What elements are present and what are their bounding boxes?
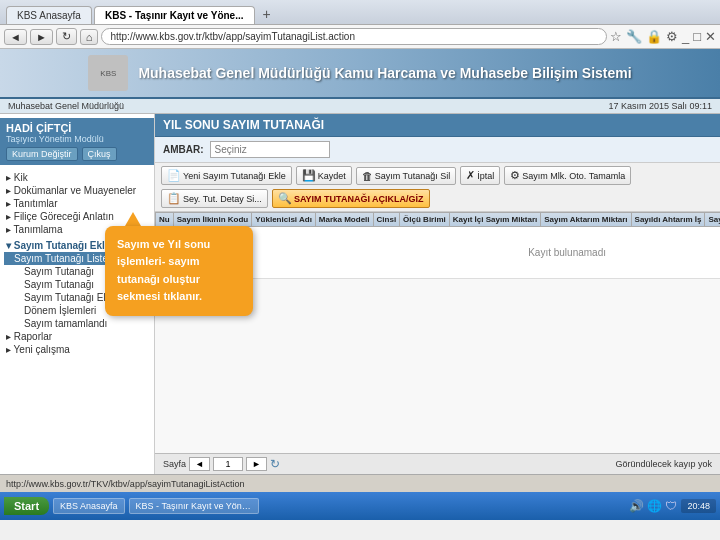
tamamla-btn[interactable]: ⚙ Sayım Mlk. Oto. Tamamla <box>504 166 631 185</box>
tab-add-button[interactable]: + <box>257 4 277 24</box>
col-marka: Marka Modeli <box>315 213 373 227</box>
new-btn-label: Yeni Sayım Tutanağı Ekle <box>183 171 286 181</box>
form-row: AMBAR: <box>155 137 720 163</box>
iptal-btn[interactable]: ✗ İptal <box>460 166 500 185</box>
toolbar: 📄 Yeni Sayım Tutanağı Ekle 💾 Kaydet 🗑 Sa… <box>155 163 720 212</box>
kaydet-btn[interactable]: 💾 Kaydet <box>296 166 352 185</box>
refresh-button[interactable]: ↻ <box>56 28 77 45</box>
window-close[interactable]: ✕ <box>705 29 716 44</box>
taskbar-item-0[interactable]: KBS Anasayfa <box>53 498 125 514</box>
ambar-input[interactable] <box>210 141 330 158</box>
taskbar: Start KBS Anasayfa KBS - Taşınır Kayıt v… <box>0 492 720 520</box>
new-icon: 📄 <box>167 169 181 182</box>
browser-window: KBS Anasayfa KBS - Taşınır Kayıt ve Yöne… <box>0 0 720 520</box>
home-button[interactable]: ⌂ <box>80 29 99 45</box>
status-url: http://www.kbs.gov.tr/TKV/ktbv/app/sayim… <box>6 479 245 489</box>
sidebar-item-13[interactable]: ▸ Yeni çalışma <box>4 343 150 356</box>
complete-icon: ⚙ <box>510 169 520 182</box>
settings-icon[interactable]: ⚙ <box>666 29 678 44</box>
sil-btn[interactable]: 🗑 Sayım Tutanağı Sil <box>356 167 457 185</box>
sys-tray: 🔊 🌐 🛡 <box>629 499 677 513</box>
user-section: HADİ ÇİFTÇİ Taşıyıcı Yönetim Modülü Kuru… <box>0 118 154 165</box>
page-number-input[interactable] <box>213 457 243 471</box>
tab-bar: KBS Anasayfa KBS - Taşınır Kayıt ve Yöne… <box>0 0 720 25</box>
address-bar[interactable] <box>101 28 606 45</box>
detay-btn[interactable]: 📋 Sey. Tut. Detay Si... <box>161 189 268 208</box>
tab-kbs-anasayfa[interactable]: KBS Anasayfa <box>6 6 92 24</box>
sidebar-item-11[interactable]: Sayım tamamlandı <box>4 317 150 330</box>
info-left: Muhasebat Genel Müdürlüğü <box>8 101 124 111</box>
favorites-icon[interactable]: ☆ <box>610 29 622 44</box>
info-bar: Muhasebat Genel Müdürlüğü 17 Kasım 2015 … <box>0 99 720 114</box>
next-page-btn[interactable]: ► <box>246 457 267 471</box>
prev-page-btn[interactable]: ◄ <box>189 457 210 471</box>
forward-button[interactable]: ► <box>30 29 53 45</box>
nav-bar: ◄ ► ↻ ⌂ ☆ 🔧 🔒 ⚙ _ □ ✕ <box>0 25 720 49</box>
ambar-label: AMBAR: <box>163 144 204 155</box>
tab-tasınır-kayıt[interactable]: KBS - Taşınır Kayıt ve Yöne... <box>94 6 255 24</box>
iptal-label: İptal <box>477 171 494 181</box>
delete-icon: 🗑 <box>362 170 373 182</box>
detail-icon: 📋 <box>167 192 181 205</box>
refresh-table-btn[interactable]: ↻ <box>270 457 280 471</box>
start-button[interactable]: Start <box>4 497 49 515</box>
page-title: Muhasebat Genel Müdürlüğü Kamu Harcama v… <box>138 65 631 81</box>
tools-icon[interactable]: 🔧 <box>626 29 642 44</box>
callout-arrow <box>125 212 141 226</box>
detay-label: Sey. Tut. Detay Si... <box>183 194 262 204</box>
cancel-icon: ✗ <box>466 169 475 182</box>
page-header: KBS Muhasebat Genel Müdürlüğü Kamu Harca… <box>0 49 720 99</box>
info-right: 17 Kasım 2015 Salı 09:11 <box>608 101 712 111</box>
sidebar-item-2[interactable]: ▸ Tanıtımlar <box>4 197 150 210</box>
callout-box: Sayım ve Yıl sonu işlemleri- sayım tutan… <box>105 226 253 316</box>
sidebar-item-1[interactable]: ▸ Dokümanlar ve Muayeneler <box>4 184 150 197</box>
acikla-label: SAYIM TUTANAĞI AÇIKLA/GİZ <box>294 194 424 204</box>
taskbar-item-1[interactable]: KBS - Taşınır Kayıt ve Yönetim Modülü <box>129 498 259 514</box>
user-name: HADİ ÇİFTÇİ <box>6 122 148 134</box>
col-kayit: Kayıt İçi Sayım Miktarı <box>449 213 540 227</box>
col-sayildi-is: Sayıldı Ahtarım İş <box>631 213 705 227</box>
taskbar-clock: 20:48 <box>681 499 716 513</box>
window-minimize[interactable]: _ <box>682 29 689 44</box>
kaydet-label: Kaydet <box>318 171 346 181</box>
security-icon[interactable]: 🔒 <box>646 29 662 44</box>
col-cinsi: Cinsi <box>373 213 400 227</box>
security-tray-icon[interactable]: 🛡 <box>665 499 677 513</box>
new-sayım-btn[interactable]: 📄 Yeni Sayım Tutanağı Ekle <box>161 166 292 185</box>
col-aktarim: Sayım Aktarım Miktarı <box>541 213 631 227</box>
pagination-bar: Sayfa ◄ ► ↻ Göründülecek kayıp yok <box>155 453 720 474</box>
sidebar-item-0[interactable]: ▸ Kik <box>4 171 150 184</box>
acikla-giz-btn[interactable]: 🔍 SAYIM TUTANAĞI AÇIKLA/GİZ <box>272 189 430 208</box>
back-button[interactable]: ◄ <box>4 29 27 45</box>
save-icon: 💾 <box>302 169 316 182</box>
volume-icon[interactable]: 🔊 <box>629 499 644 513</box>
page-label: Sayfa <box>163 459 186 469</box>
status-bar: http://www.kbs.gov.tr/TKV/ktbv/app/sayim… <box>0 474 720 492</box>
col-olcu: Ölçü Birimi <box>400 213 450 227</box>
sil-label: Sayım Tutanağı Sil <box>375 171 451 181</box>
logout-btn[interactable]: Çıkuş <box>82 147 117 161</box>
logo: KBS <box>88 55 128 91</box>
sidebar-item-12[interactable]: ▸ Raporlar <box>4 330 150 343</box>
pagination-controls: Sayfa ◄ ► ↻ <box>163 457 280 471</box>
col-yuklenci: Yüklenicisi Adı <box>252 213 316 227</box>
user-role: Taşıyıcı Yönetim Modülü <box>6 134 148 144</box>
tamamla-label: Sayım Mlk. Oto. Tamamla <box>522 171 625 181</box>
content-title: YIL SONU SAYIM TUTANAĞI <box>155 114 720 137</box>
change-institution-btn[interactable]: Kurum Değiştir <box>6 147 78 161</box>
pagination-info: Göründülecek kayıp yok <box>615 459 712 469</box>
col-sayildi-oldugu: Sayıldı Olduğu <box>705 213 720 227</box>
window-maximize[interactable]: □ <box>693 29 701 44</box>
show-icon: 🔍 <box>278 192 292 205</box>
network-icon[interactable]: 🌐 <box>647 499 662 513</box>
